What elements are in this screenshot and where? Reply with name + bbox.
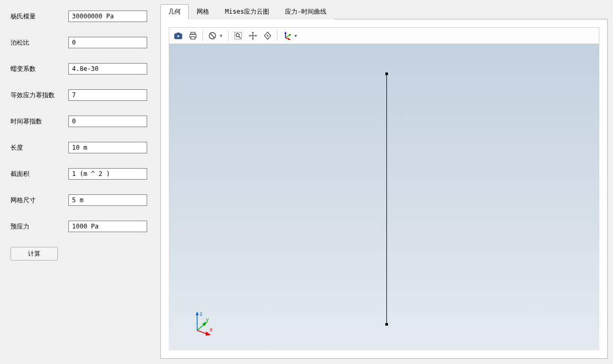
form-row-prestress: 预应力 (11, 221, 150, 232)
geometry-node-bottom (385, 323, 388, 326)
axis-triad-icon[interactable] (280, 29, 294, 42)
youngs-modulus-label: 杨氏模量 (11, 12, 68, 21)
form-row-youngs-modulus: 杨氏模量 (11, 11, 150, 22)
tab-几何[interactable]: 几何 (160, 4, 189, 19)
form-row-creep-coefficient: 蠕变系数 (11, 63, 150, 75)
prestress-label: 预应力 (11, 222, 68, 231)
axis-z-label: z (200, 311, 202, 317)
tab-bar: 几何网格Mises应力云图应力-时间曲线 (160, 4, 608, 19)
axis-gizmo: z y x (190, 309, 216, 336)
cross-section-area-label: 截面积 (11, 170, 68, 179)
reset-view-icon[interactable] (206, 29, 219, 42)
mesh-size-label: 网格尺寸 (11, 196, 68, 205)
form-row-time-exponent: 时间幂指数 (11, 116, 150, 127)
svg-point-19 (267, 35, 269, 37)
camera-icon[interactable] (171, 29, 185, 42)
svg-point-10 (236, 34, 239, 37)
toolbar-separator (202, 30, 203, 41)
svg-rect-1 (177, 33, 180, 34)
axis-y-label: y (206, 317, 209, 323)
reset-view-icon-dropdown[interactable]: ▼ (219, 29, 226, 42)
geometry-viewport[interactable]: z y x (169, 44, 599, 350)
tab-Mises应力云图[interactable]: Mises应力云图 (217, 4, 277, 19)
geometry-line (386, 74, 387, 325)
visualization-panel: 几何网格Mises应力云图应力-时间曲线 ▼▼ z y (158, 0, 613, 364)
length-input[interactable] (68, 142, 147, 153)
axis-triad-icon-dropdown[interactable]: ▼ (294, 29, 300, 42)
svg-point-3 (178, 36, 179, 37)
svg-marker-16 (249, 35, 250, 37)
svg-rect-6 (191, 37, 195, 39)
zoom-window-icon[interactable] (231, 29, 245, 42)
pan-icon[interactable] (246, 29, 260, 42)
svg-marker-25 (288, 38, 291, 40)
equiv-stress-exponent-label: 等效应力幂指数 (11, 91, 68, 100)
form-row-equiv-stress-exponent: 等效应力幂指数 (11, 89, 150, 101)
equiv-stress-exponent-input[interactable] (68, 89, 147, 101)
svg-line-11 (239, 37, 241, 39)
svg-marker-21 (284, 32, 287, 34)
time-exponent-input[interactable] (68, 116, 147, 127)
tab-content-geometry: ▼▼ z y x (160, 19, 608, 359)
print-icon[interactable] (186, 29, 200, 42)
cross-section-area-input[interactable] (68, 168, 147, 180)
form-row-mesh-size: 网格尺寸 (11, 194, 150, 206)
svg-marker-27 (196, 311, 199, 315)
toolbar-separator (228, 30, 229, 41)
tab-网格[interactable]: 网格 (189, 4, 217, 19)
creep-coefficient-label: 蠕变系数 (11, 65, 68, 74)
tab-应力-时间曲线[interactable]: 应力-时间曲线 (277, 4, 334, 19)
svg-marker-14 (252, 32, 254, 33)
time-exponent-label: 时间幂指数 (11, 117, 68, 126)
viewport-toolbar: ▼▼ (169, 27, 599, 44)
geometry-node-top (385, 72, 388, 75)
form-row-cross-section-area: 截面积 (11, 168, 150, 180)
mesh-size-input[interactable] (68, 194, 147, 206)
form-row-poissons-ratio: 泊松比 (11, 37, 150, 48)
length-label: 长度 (11, 143, 68, 152)
svg-line-8 (210, 34, 214, 38)
poissons-ratio-input[interactable] (68, 37, 147, 48)
svg-marker-17 (256, 35, 257, 37)
poissons-ratio-label: 泊松比 (11, 38, 68, 47)
rotate-icon[interactable] (261, 29, 274, 42)
parameter-panel: 杨氏模量泊松比蠕变系数等效应力幂指数时间幂指数长度截面积网格尺寸预应力 计算 (0, 0, 158, 364)
youngs-modulus-input[interactable] (68, 11, 147, 22)
svg-rect-5 (191, 33, 195, 35)
axis-x-label: x (210, 327, 212, 332)
svg-marker-15 (252, 38, 254, 40)
toolbar-separator (277, 30, 278, 41)
compute-button[interactable]: 计算 (11, 247, 58, 261)
prestress-input[interactable] (68, 221, 147, 232)
creep-coefficient-input[interactable] (68, 63, 147, 75)
form-row-length: 长度 (11, 142, 150, 153)
